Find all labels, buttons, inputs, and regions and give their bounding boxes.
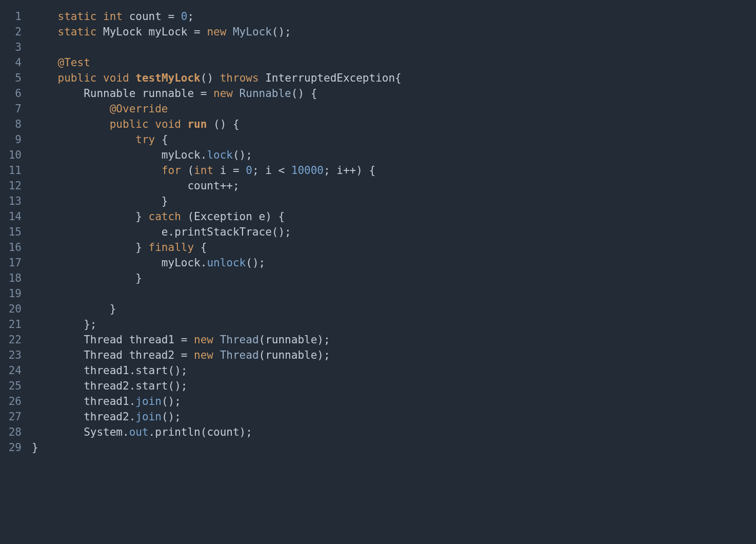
- line-number: 9: [0, 132, 22, 147]
- line-number: 7: [0, 101, 22, 116]
- code-line[interactable]: System.out.println(count);: [32, 424, 756, 440]
- line-number: 3: [0, 40, 22, 55]
- line-number: 11: [0, 163, 22, 178]
- code-line[interactable]: static MyLock myLock = new MyLock();: [32, 24, 756, 40]
- line-number: 28: [0, 424, 22, 440]
- code-line[interactable]: } catch (Exception e) {: [32, 209, 756, 224]
- code-line[interactable]: }: [32, 270, 756, 286]
- line-number: 21: [0, 317, 22, 332]
- line-number: 4: [0, 55, 22, 70]
- code-line[interactable]: }: [32, 301, 756, 317]
- line-number: 26: [0, 394, 22, 409]
- code-line[interactable]: Thread thread2 = new Thread(runnable);: [32, 347, 756, 363]
- line-number: 2: [0, 24, 22, 40]
- code-line[interactable]: myLock.unlock();: [32, 255, 756, 270]
- code-line[interactable]: try {: [32, 132, 756, 147]
- code-line[interactable]: thread1.start();: [32, 363, 756, 378]
- line-number: 27: [0, 409, 22, 424]
- line-number: 20: [0, 301, 22, 317]
- code-line[interactable]: public void testMyLock() throws Interrup…: [32, 70, 756, 86]
- line-number: 1: [0, 9, 22, 24]
- code-line[interactable]: };: [32, 317, 756, 332]
- line-number: 10: [0, 147, 22, 163]
- code-line[interactable]: thread2.start();: [32, 378, 756, 394]
- line-number: 15: [0, 224, 22, 240]
- code-line[interactable]: for (int i = 0; i < 10000; i++) {: [32, 163, 756, 178]
- line-number: 25: [0, 378, 22, 394]
- line-number: 5: [0, 70, 22, 86]
- line-number: 6: [0, 86, 22, 101]
- line-number: 23: [0, 347, 22, 363]
- code-line[interactable]: }: [32, 440, 756, 455]
- code-editor: 1234567891011121314151617181920212223242…: [0, 0, 756, 544]
- code-line[interactable]: thread2.join();: [32, 409, 756, 424]
- line-number: 14: [0, 209, 22, 224]
- line-number-gutter: 1234567891011121314151617181920212223242…: [0, 0, 32, 544]
- code-line[interactable]: Runnable runnable = new Runnable() {: [32, 86, 756, 101]
- code-line[interactable]: Thread thread1 = new Thread(runnable);: [32, 332, 756, 347]
- line-number: 24: [0, 363, 22, 378]
- line-number: 19: [0, 286, 22, 301]
- line-number: 8: [0, 116, 22, 132]
- line-number: 29: [0, 440, 22, 455]
- line-number: 17: [0, 255, 22, 270]
- line-number: 13: [0, 193, 22, 209]
- code-line[interactable]: public void run () {: [32, 116, 756, 132]
- line-number: 22: [0, 332, 22, 347]
- code-line[interactable]: @Override: [32, 101, 756, 116]
- line-number: 12: [0, 178, 22, 193]
- line-number: 18: [0, 270, 22, 286]
- code-area[interactable]: static int count = 0; static MyLock myLo…: [32, 0, 756, 544]
- code-line[interactable]: static int count = 0;: [32, 9, 756, 24]
- code-line[interactable]: } finally {: [32, 240, 756, 255]
- code-line[interactable]: [32, 286, 756, 301]
- code-line[interactable]: }: [32, 193, 756, 209]
- code-line[interactable]: myLock.lock();: [32, 147, 756, 163]
- line-number: 16: [0, 240, 22, 255]
- code-line[interactable]: count++;: [32, 178, 756, 193]
- code-line[interactable]: [32, 40, 756, 55]
- code-line[interactable]: thread1.join();: [32, 394, 756, 409]
- code-line[interactable]: e.printStackTrace();: [32, 224, 756, 240]
- code-line[interactable]: @Test: [32, 55, 756, 70]
